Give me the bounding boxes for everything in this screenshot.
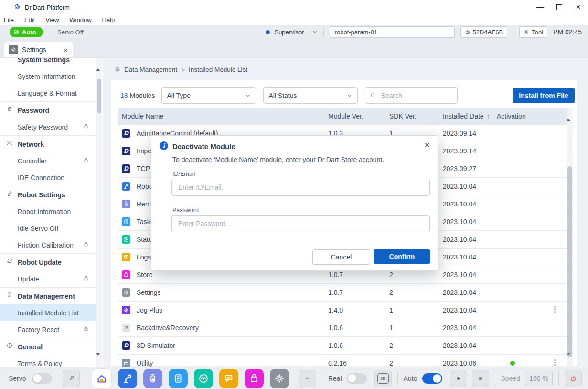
sidebar-item-safety-password[interactable]: Safety Password [0, 119, 96, 135]
dock-remote-icon[interactable] [143, 369, 162, 388]
dock-store-icon[interactable] [245, 369, 264, 388]
column-header-activation[interactable]: Activation [497, 112, 549, 120]
id-email-input[interactable] [171, 179, 430, 196]
simulator-3d-button[interactable]: 3D [374, 370, 392, 387]
sidebar-scroll-thumb[interactable] [97, 79, 101, 113]
installed-date: 2023.10.04 [443, 289, 497, 296]
sidebar-item-system-settings[interactable]: System Settings [0, 57, 96, 68]
sidebar-item-robot-update[interactable]: Robot Update [0, 253, 96, 270]
speed-value[interactable]: 100 % [525, 371, 553, 386]
dock-status-icon[interactable] [194, 369, 213, 388]
sidebar-item-ide-connection[interactable]: IDE Connection [0, 169, 96, 186]
dock-settings-icon[interactable] [270, 369, 289, 388]
sidebar-item-installed-module-list[interactable]: Installed Module List [0, 304, 96, 321]
table-scroll-thumb[interactable] [567, 166, 572, 357]
stop-button[interactable] [472, 370, 489, 387]
servo-toggle-label: Servo [9, 375, 26, 382]
sidebar-item-terms-policy[interactable]: Terms & Policy [0, 355, 96, 367]
table-scrollbar[interactable] [567, 108, 573, 366]
power-button[interactable] [565, 370, 582, 387]
maximize-button[interactable] [550, 0, 569, 14]
dart-icon: D [122, 341, 130, 350]
menu-edit[interactable]: Edit [24, 16, 35, 23]
real-toggle[interactable] [347, 373, 367, 384]
sidebar-item-system-information[interactable]: System Information [0, 68, 96, 85]
tab-settings[interactable]: Settings × [4, 42, 73, 57]
sidebar-item-language-format[interactable]: Language & Format [0, 85, 96, 101]
collapse-panel-button[interactable] [299, 370, 316, 387]
search-box[interactable] [365, 87, 458, 104]
breadcrumb-gear-icon [115, 66, 120, 72]
table-row[interactable]: Jog Plus1.4.012023.10.04 [118, 302, 567, 319]
table-row[interactable]: Backdrive&Recovery1.0.612023.10.04 [118, 319, 567, 337]
menu-view[interactable]: View [45, 16, 59, 23]
column-header-module-ver-[interactable]: Module Ver. [328, 112, 389, 120]
sidebar-item-friction-calibration[interactable]: Friction Calibration [0, 237, 96, 253]
menu-file[interactable]: File [4, 16, 14, 23]
mode-auto-badge[interactable]: Auto [10, 27, 43, 37]
cancel-button[interactable]: Cancel [312, 249, 370, 265]
dock-home-icon[interactable] [92, 368, 112, 389]
sidebar-item-data-management[interactable]: Data Management [0, 287, 96, 304]
servo-toggle[interactable] [32, 373, 52, 384]
type-filter-select[interactable]: All Type [161, 87, 256, 104]
module-name: Store [137, 271, 152, 279]
table-row[interactable]: Settings1.0.722023.10.04 [118, 284, 567, 302]
sidebar-item-controller[interactable]: Controller [0, 152, 96, 169]
table-scroll-down-icon[interactable] [567, 353, 570, 363]
servo-status-label: Servo Off [57, 29, 84, 36]
dock-robot-icon[interactable] [118, 369, 137, 388]
column-header-module-name[interactable]: Module Name [118, 112, 328, 120]
column-header-installed-date[interactable]: Installed Date↑ [443, 112, 497, 120]
sidebar-item-general[interactable]: General [0, 338, 96, 355]
search-input[interactable] [380, 91, 444, 100]
minimize-button[interactable]: — [531, 0, 550, 14]
tool-button[interactable]: Tool [519, 26, 547, 38]
title-bar: Dr.Dart-Platform — × [0, 0, 588, 14]
install-from-file-button[interactable]: Install from File [513, 88, 575, 103]
wrench-button[interactable] [63, 370, 80, 387]
sidebar-item-robot-information[interactable]: Robot Information [0, 203, 96, 220]
sidebar-item-update[interactable]: Update [0, 270, 96, 287]
task-icon [122, 217, 130, 226]
role-chevron-down-icon[interactable] [312, 29, 318, 35]
module-count-label: Modules [129, 92, 155, 99]
table-row[interactable]: D3D Simulator1.0.622023.10.04 [118, 337, 567, 355]
tab-close-icon[interactable]: × [64, 46, 68, 54]
sidebar-item-idle-servo-off[interactable]: Idle Servo Off [0, 220, 96, 237]
dialog-close-icon[interactable]: × [424, 140, 430, 151]
password-input[interactable] [171, 215, 430, 232]
column-header-sdk-ver-[interactable]: SDK Ver. [389, 112, 443, 120]
confirm-button[interactable]: Confirm [374, 249, 430, 264]
tab-label: Settings [22, 46, 60, 54]
row-menu-kebab-icon[interactable] [554, 305, 556, 313]
sidebar-item-password[interactable]: Password [0, 101, 96, 119]
logs-icon [122, 253, 130, 261]
status-filter-select[interactable]: All Status [263, 87, 358, 104]
installed-date: 2023.10.04 [443, 324, 497, 332]
breadcrumb-section[interactable]: Data Management [124, 66, 177, 73]
sidebar-item-robot-settings[interactable]: Robot Settings [0, 186, 96, 203]
sidebar-item-network[interactable]: Network [0, 135, 96, 152]
sidebar-scrollbar[interactable] [96, 58, 102, 367]
installed-date: 2023.09.14 [443, 147, 497, 155]
menu-window[interactable]: Window [69, 16, 91, 23]
dock-logs-icon[interactable] [219, 369, 238, 388]
close-button[interactable]: × [569, 0, 588, 14]
password-label: Password [172, 207, 199, 214]
network-icon [7, 140, 12, 146]
dock-task-icon[interactable] [169, 369, 188, 388]
breadcrumb-page[interactable]: Installed Module List [189, 66, 247, 73]
device-id-button[interactable]: 52D4AF6B [460, 26, 508, 38]
sidebar-scroll-up-icon[interactable] [96, 60, 100, 71]
sidebar-item-factory-reset[interactable]: Factory Reset [0, 321, 96, 338]
sidebar-item-label: Terms & Policy [18, 360, 62, 367]
program-name-input[interactable] [330, 26, 455, 38]
play-button[interactable] [450, 370, 467, 387]
table-scroll-up-icon[interactable] [567, 110, 570, 121]
auto-toggle[interactable] [422, 373, 442, 384]
menu-help[interactable]: Help [102, 16, 115, 23]
row-menu-kebab-icon[interactable] [554, 358, 556, 367]
sidebar-scroll-down-icon[interactable] [96, 353, 100, 364]
deactivate-module-dialog: i Deactivate Module × To deactivate ‘Mod… [151, 135, 438, 271]
